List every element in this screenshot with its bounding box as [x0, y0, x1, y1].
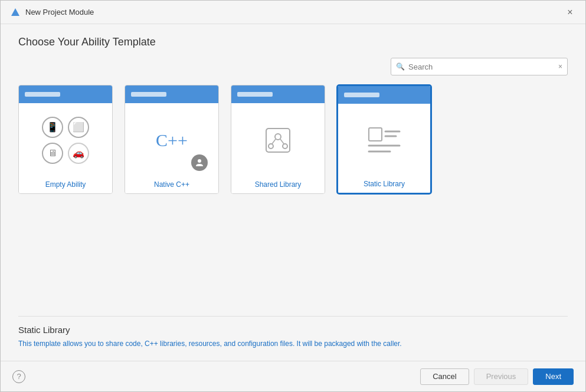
template-label-cpp: Native C++	[125, 177, 218, 193]
shared-library-icon	[264, 126, 292, 154]
svg-point-1	[198, 159, 201, 163]
template-label-shared: Shared Library	[231, 177, 325, 193]
empty-ability-icons: 📱 ⬜ 🖥 🚗	[42, 117, 89, 164]
description-title: Static Library	[18, 325, 568, 335]
title-bar: New Project Module ×	[1, 1, 585, 24]
cpp-text-icon: C++	[156, 130, 188, 150]
svg-point-3	[275, 134, 281, 140]
help-button[interactable]: ?	[12, 370, 25, 383]
car-icon: 🚗	[68, 143, 89, 164]
card-header-empty	[19, 85, 112, 103]
search-clear-button[interactable]: ×	[558, 62, 562, 71]
tablet-icon: ⬜	[68, 117, 89, 138]
close-button[interactable]: ×	[564, 6, 576, 18]
dialog-footer: ? Cancel Previous Next	[1, 361, 585, 391]
card-body-empty: 📱 ⬜ 🖥 🚗	[19, 103, 112, 177]
previous-button: Previous	[474, 368, 529, 385]
svg-marker-0	[11, 8, 19, 16]
footer-buttons: Cancel Previous Next	[420, 368, 574, 385]
phone-icon: 📱	[42, 117, 63, 138]
svg-rect-8	[369, 128, 382, 141]
description-text: This template allows you to share code, …	[18, 338, 568, 349]
card-body-static	[338, 104, 430, 176]
card-header-bar-static	[344, 93, 379, 97]
card-header-cpp	[125, 85, 218, 103]
dialog-title: New Project Module	[25, 8, 564, 17]
next-button[interactable]: Next	[533, 368, 574, 385]
card-header-shared	[231, 85, 325, 103]
svg-point-5	[283, 144, 287, 149]
svg-line-6	[272, 139, 276, 144]
template-label-empty: Empty Ability	[19, 177, 112, 193]
static-library-icon	[366, 126, 402, 155]
description-area: Static Library This template allows you …	[18, 316, 568, 349]
monitor-icon: 🖥	[42, 143, 63, 164]
card-body-shared	[231, 103, 325, 177]
search-row: 🔍 ×	[18, 58, 568, 75]
dialog-body: Choose Your Ability Template 🔍 × 📱 ⬜	[1, 24, 585, 361]
new-project-module-dialog: New Project Module × Choose Your Ability…	[0, 0, 586, 392]
search-box: 🔍 ×	[391, 58, 568, 75]
card-header-bar-shared	[237, 92, 273, 97]
card-header-static	[338, 86, 430, 104]
template-label-static: Static Library	[338, 176, 430, 193]
cpp-badge-icon	[191, 154, 208, 171]
search-icon: 🔍	[396, 62, 405, 71]
template-card-empty-ability[interactable]: 📱 ⬜ 🖥 🚗 Empty Ability	[18, 85, 113, 194]
cancel-button[interactable]: Cancel	[420, 368, 469, 385]
app-icon	[10, 7, 21, 18]
search-input[interactable]	[408, 62, 558, 71]
card-header-bar-cpp	[131, 92, 166, 97]
template-card-native-cpp[interactable]: C++ Native C++	[125, 85, 219, 194]
page-title: Choose Your Ability Template	[18, 36, 568, 48]
card-header-bar	[25, 92, 60, 97]
template-card-shared-library[interactable]: Shared Library	[231, 85, 325, 194]
svg-line-7	[280, 139, 284, 144]
template-card-static-library[interactable]: Static Library	[337, 85, 431, 194]
templates-grid: 📱 ⬜ 🖥 🚗 Empty Ability C++	[18, 85, 568, 310]
svg-point-4	[269, 144, 273, 149]
